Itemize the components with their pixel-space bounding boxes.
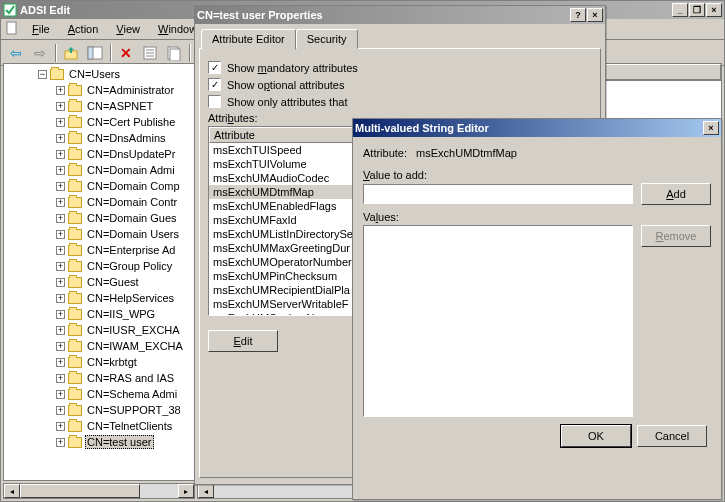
properties-button[interactable] xyxy=(139,42,161,64)
close-button[interactable]: × xyxy=(703,121,719,135)
expander-icon[interactable]: + xyxy=(56,150,65,159)
scroll-left-button[interactable]: ◂ xyxy=(4,484,20,498)
tree-node[interactable]: CN=Domain Users xyxy=(85,228,181,240)
refresh-button[interactable] xyxy=(163,42,185,64)
expander-icon[interactable]: + xyxy=(56,422,65,431)
tree-node[interactable]: CN=test user xyxy=(85,435,154,449)
tree-node-users[interactable]: CN=Users xyxy=(67,68,122,80)
folder-icon xyxy=(68,213,82,224)
menu-view[interactable]: View xyxy=(108,21,148,37)
expander-icon[interactable]: − xyxy=(38,70,47,79)
mdi-minimize-button[interactable]: _ xyxy=(672,3,688,17)
tree-node[interactable]: CN=DnsAdmins xyxy=(85,132,168,144)
tree-node[interactable]: CN=Group Policy xyxy=(85,260,174,272)
show-button[interactable] xyxy=(84,42,106,64)
tree-node[interactable]: CN=Guest xyxy=(85,276,141,288)
tree-node[interactable]: CN=Enterprise Ad xyxy=(85,244,177,256)
expander-icon[interactable]: + xyxy=(56,326,65,335)
tree-node[interactable]: CN=HelpServices xyxy=(85,292,176,304)
check-optional-label: Show optional attributes xyxy=(227,79,344,91)
tree-node[interactable]: CN=RAS and IAS xyxy=(85,372,176,384)
tree-node[interactable]: CN=SUPPORT_38 xyxy=(85,404,183,416)
expander-icon[interactable]: + xyxy=(56,374,65,383)
expander-icon[interactable]: + xyxy=(56,182,65,191)
tree-hscroll[interactable]: ◂ ▸ xyxy=(3,483,195,499)
attr-label: Attribute: xyxy=(363,147,407,159)
folder-icon xyxy=(68,149,82,160)
expander-icon[interactable]: + xyxy=(56,310,65,319)
delete-button[interactable]: ✕ xyxy=(115,42,137,64)
tab-security[interactable]: Security xyxy=(296,29,358,49)
values-listbox[interactable] xyxy=(363,225,633,417)
expander-icon[interactable]: + xyxy=(56,358,65,367)
expander-icon[interactable]: + xyxy=(56,246,65,255)
menu-file[interactable]: File xyxy=(24,21,58,37)
forward-button[interactable]: ⇨ xyxy=(29,42,51,64)
app-icon xyxy=(3,3,17,17)
expander-icon[interactable]: + xyxy=(56,230,65,239)
remove-button: Remove xyxy=(641,225,711,247)
edit-button[interactable]: Edit xyxy=(208,330,278,352)
scroll-left-button[interactable]: ◂ xyxy=(198,484,214,498)
folder-icon xyxy=(68,229,82,240)
folder-icon xyxy=(68,309,82,320)
tab-attribute-editor[interactable]: Attribute Editor xyxy=(201,29,296,50)
value-input[interactable] xyxy=(363,184,633,204)
tree-node[interactable]: CN=TelnetClients xyxy=(85,420,174,432)
expander-icon[interactable]: + xyxy=(56,198,65,207)
check-optional[interactable]: ✓ xyxy=(208,78,221,91)
scroll-right-button[interactable]: ▸ xyxy=(178,484,194,498)
expander-icon[interactable]: + xyxy=(56,214,65,223)
help-button[interactable]: ? xyxy=(570,8,586,22)
tree-node[interactable]: CN=Administrator xyxy=(85,84,176,96)
expander-icon[interactable]: + xyxy=(56,438,65,447)
folder-icon xyxy=(50,69,64,80)
expander-icon[interactable]: + xyxy=(56,166,65,175)
folder-icon xyxy=(68,357,82,368)
tree-node[interactable]: CN=ASPNET xyxy=(85,100,155,112)
value-label: Value to add: xyxy=(363,169,711,181)
expander-icon[interactable]: + xyxy=(56,278,65,287)
check-only-values[interactable] xyxy=(208,95,221,108)
back-button[interactable]: ⇦ xyxy=(5,42,27,64)
close-button[interactable]: × xyxy=(587,8,603,22)
expander-icon[interactable]: + xyxy=(56,406,65,415)
tree-node[interactable]: CN=IWAM_EXCHA xyxy=(85,340,185,352)
folder-icon xyxy=(68,245,82,256)
ok-button[interactable]: OK xyxy=(561,425,631,447)
values-label: Values: xyxy=(363,211,711,223)
properties-title: CN=test user Properties xyxy=(197,9,570,21)
tree-node[interactable]: CN=Schema Admi xyxy=(85,388,179,400)
properties-titlebar: CN=test user Properties ? × xyxy=(195,6,605,24)
check-mandatory[interactable]: ✓ xyxy=(208,61,221,74)
tree-node[interactable]: CN=IIS_WPG xyxy=(85,308,157,320)
folder-icon xyxy=(68,293,82,304)
tree-pane[interactable]: −CN=Users+CN=Administrator+CN=ASPNET+CN=… xyxy=(3,63,195,481)
expander-icon[interactable]: + xyxy=(56,118,65,127)
tree-node[interactable]: CN=Domain Gues xyxy=(85,212,179,224)
tree-node[interactable]: CN=Cert Publishe xyxy=(85,116,177,128)
expander-icon[interactable]: + xyxy=(56,134,65,143)
tree-node[interactable]: CN=Domain Admi xyxy=(85,164,177,176)
editor-dialog: Multi-valued String Editor × Attribute: … xyxy=(352,118,722,500)
mdi-close-button[interactable]: × xyxy=(706,3,722,17)
tree-node[interactable]: CN=IUSR_EXCHA xyxy=(85,324,182,336)
tree-node[interactable]: CN=krbtgt xyxy=(85,356,139,368)
tree-node[interactable]: CN=Domain Contr xyxy=(85,196,179,208)
editor-titlebar: Multi-valued String Editor × xyxy=(353,119,721,137)
expander-icon[interactable]: + xyxy=(56,86,65,95)
folder-icon xyxy=(68,389,82,400)
expander-icon[interactable]: + xyxy=(56,102,65,111)
up-button[interactable] xyxy=(60,42,82,64)
tree-node[interactable]: CN=Domain Comp xyxy=(85,180,182,192)
folder-icon xyxy=(68,261,82,272)
add-button[interactable]: Add xyxy=(641,183,711,205)
expander-icon[interactable]: + xyxy=(56,294,65,303)
tree-node[interactable]: CN=DnsUpdatePr xyxy=(85,148,177,160)
mdi-restore-button[interactable]: ❐ xyxy=(689,3,705,17)
expander-icon[interactable]: + xyxy=(56,262,65,271)
menu-action[interactable]: Action xyxy=(60,21,107,37)
cancel-button[interactable]: Cancel xyxy=(637,425,707,447)
expander-icon[interactable]: + xyxy=(56,390,65,399)
expander-icon[interactable]: + xyxy=(56,342,65,351)
